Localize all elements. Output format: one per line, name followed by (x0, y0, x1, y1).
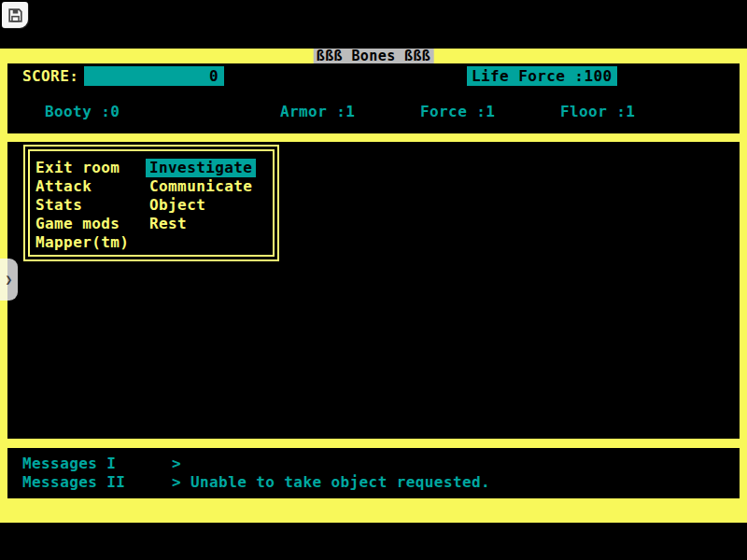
game-frame: ßßß Bones ßßß SCORE: 0 Life Force :100 B… (0, 49, 747, 523)
menu-item-game-mods[interactable]: Game mods (35, 215, 129, 233)
score-bar: 0 (84, 66, 224, 86)
menu-item-attack[interactable]: Attack (35, 177, 129, 196)
menu-item-stats[interactable]: Stats (35, 196, 129, 215)
message-prompt: > (172, 473, 181, 492)
action-menu-inner: Exit room Attack Stats Game mods Mapper(… (28, 149, 275, 257)
floppy-disk-icon (7, 7, 24, 24)
action-menu: Exit room Attack Stats Game mods Mapper(… (23, 145, 279, 261)
menu-item-object[interactable]: Object (149, 196, 256, 215)
save-button[interactable] (2, 2, 28, 28)
life-force-badge: Life Force :100 (467, 66, 617, 86)
stat-floor: Floor :1 (560, 103, 635, 120)
message-prompt: > (172, 455, 181, 473)
message-label: Messages I (22, 455, 116, 473)
menu-item-mapper[interactable]: Mapper(tm) (35, 233, 129, 252)
hud-panel: SCORE: 0 Life Force :100 Booty :0 Armor … (7, 63, 740, 133)
stat-force: Force :1 (420, 103, 495, 120)
menu-item-communicate[interactable]: Communicate (149, 177, 256, 196)
menu-column-2: Investigate Communicate Object Rest (149, 159, 256, 233)
chevron-right-icon: ❯ (6, 273, 13, 287)
messages-panel: Messages I > Messages II > Unable to tak… (7, 448, 740, 498)
page-title: ßßß Bones ßßß (314, 49, 434, 63)
message-row-1: Messages I > (7, 455, 740, 473)
message-row-2: Messages II > Unable to take object requ… (7, 473, 740, 492)
score-label: SCORE: (22, 67, 78, 85)
game-screen: ßßß Bones ßßß SCORE: 0 Life Force :100 B… (0, 0, 747, 560)
menu-item-exit-room[interactable]: Exit room (35, 159, 129, 177)
drawer-toggle[interactable]: ❯ (0, 259, 18, 301)
title-bar: ßßß Bones ßßß (0, 49, 747, 63)
message-text: Unable to take object requested. (190, 473, 490, 492)
main-panel: Exit room Attack Stats Game mods Mapper(… (7, 142, 740, 439)
message-label: Messages II (22, 473, 125, 492)
score-value: 0 (209, 67, 218, 85)
menu-column-1: Exit room Attack Stats Game mods Mapper(… (35, 159, 129, 252)
menu-item-investigate[interactable]: Investigate (146, 159, 256, 177)
stat-booty: Booty :0 (45, 103, 120, 120)
stat-armor: Armor :1 (280, 103, 355, 120)
menu-item-rest[interactable]: Rest (149, 215, 256, 233)
